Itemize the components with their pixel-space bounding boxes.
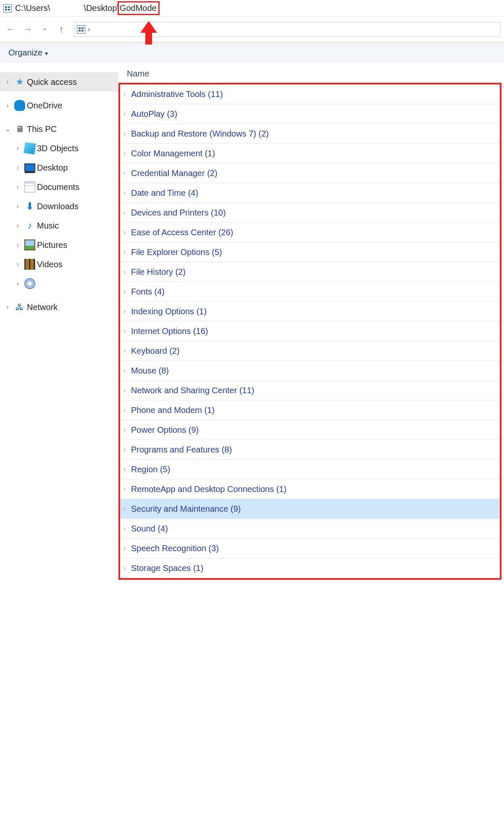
tree-item[interactable]: Music: [0, 216, 118, 235]
chevron-right-icon[interactable]: [13, 164, 23, 171]
list-group-row[interactable]: Region (5): [120, 460, 500, 479]
list-group-label: Mouse (8): [131, 366, 169, 376]
recent-locations-button[interactable]: [37, 22, 52, 37]
list-group-row[interactable]: RemoteApp and Desktop Connections (1): [120, 479, 500, 499]
list-group-label: Fonts (4): [131, 287, 165, 297]
list-group-row[interactable]: Mouse (8): [120, 361, 500, 381]
list-group-row[interactable]: File Explorer Options (5): [120, 242, 500, 262]
chevron-right-icon[interactable]: [123, 565, 131, 572]
list-group-row[interactable]: Color Management (1): [120, 144, 500, 163]
onedrive-icon: [14, 100, 25, 111]
list-group-row[interactable]: Date and Time (4): [120, 183, 500, 203]
doc-icon: [24, 182, 35, 192]
tree-item-label: Videos: [37, 260, 63, 269]
list-group-label: Network and Sharing Center (11): [131, 386, 254, 395]
chevron-right-icon[interactable]: [123, 347, 131, 355]
list-group-row[interactable]: Administrative Tools (11): [120, 84, 500, 104]
chevron-right-icon[interactable]: [123, 406, 131, 414]
tree-item[interactable]: Desktop: [0, 158, 118, 177]
list-group-row[interactable]: Security and Maintenance (9): [120, 499, 500, 519]
chevron-right-icon[interactable]: [13, 280, 23, 287]
chevron-right-icon[interactable]: [13, 203, 23, 210]
tree-item[interactable]: Quick access: [0, 72, 118, 92]
star-icon: [14, 76, 25, 87]
tree-item[interactable]: Videos: [0, 255, 118, 274]
chevron-right-icon[interactable]: [123, 288, 131, 295]
organize-menu-label: Organize: [8, 48, 42, 58]
chevron-right-icon[interactable]: [123, 189, 131, 197]
list-group-row[interactable]: Devices and Printers (10): [120, 203, 500, 223]
address-bar[interactable]: ›: [74, 22, 501, 37]
chevron-down-icon[interactable]: [3, 125, 13, 133]
tree-item[interactable]: Network: [0, 297, 118, 317]
tree-item[interactable]: Pictures: [0, 235, 118, 255]
tree-item[interactable]: Downloads: [0, 197, 118, 216]
tree-item-label: Network: [27, 303, 58, 312]
chevron-right-icon[interactable]: [123, 90, 131, 98]
list-group-row[interactable]: Power Options (9): [120, 420, 500, 440]
list-group-row[interactable]: Backup and Restore (Windows 7) (2): [120, 124, 500, 144]
address-icon: [77, 25, 85, 34]
organize-menu[interactable]: Organize: [8, 48, 48, 58]
list-group-row[interactable]: Speech Recognition (3): [120, 539, 500, 558]
chevron-right-icon[interactable]: [123, 268, 131, 276]
tree-item-label: Music: [37, 221, 59, 231]
list-group-row[interactable]: Phone and Modem (1): [120, 400, 500, 420]
list-group-row[interactable]: Fonts (4): [120, 282, 500, 302]
list-group-label: Phone and Modem (1): [131, 405, 215, 415]
list-group-row[interactable]: Keyboard (2): [120, 341, 500, 361]
cube-icon: [24, 142, 36, 154]
list-group-row[interactable]: Ease of Access Center (26): [120, 223, 500, 242]
chevron-right-icon[interactable]: [13, 145, 23, 152]
list-group-row[interactable]: Internet Options (16): [120, 321, 500, 341]
chevron-right-icon[interactable]: [13, 222, 23, 229]
list-group-row[interactable]: Indexing Options (1): [120, 302, 500, 321]
list-group-row[interactable]: Programs and Features (8): [120, 440, 500, 460]
list-group-row[interactable]: Credential Manager (2): [120, 163, 500, 183]
list-group-label: RemoteApp and Desktop Connections (1): [131, 484, 286, 494]
chevron-right-icon[interactable]: [3, 102, 13, 109]
tree-item[interactable]: Documents: [0, 177, 118, 197]
chevron-right-icon[interactable]: [123, 229, 131, 236]
chevron-right-icon[interactable]: [123, 426, 131, 434]
chevron-right-icon[interactable]: [123, 327, 131, 335]
chevron-right-icon[interactable]: [123, 466, 131, 473]
tree-item[interactable]: [0, 274, 118, 293]
chevron-right-icon[interactable]: [123, 209, 131, 216]
chevron-right-icon[interactable]: [123, 150, 131, 157]
list-group-row[interactable]: AutoPlay (3): [120, 104, 500, 124]
chevron-right-icon[interactable]: [3, 303, 13, 311]
chevron-right-icon[interactable]: [123, 446, 131, 453]
chevron-right-icon[interactable]: [123, 110, 131, 118]
tree-item-label: 3D Objects: [37, 144, 79, 153]
chevron-right-icon[interactable]: [123, 248, 131, 256]
column-header-name[interactable]: Name: [118, 69, 504, 83]
chevron-right-icon[interactable]: [123, 367, 131, 374]
chevron-right-icon[interactable]: [123, 525, 131, 532]
breadcrumb-separator-icon: ›: [88, 26, 90, 33]
navigation-tree[interactable]: Quick accessOneDriveThis PC3D ObjectsDes…: [0, 62, 118, 582]
back-button[interactable]: [3, 22, 18, 37]
chevron-right-icon[interactable]: [13, 241, 23, 249]
chevron-right-icon[interactable]: [123, 130, 131, 137]
list-group-row[interactable]: Storage Spaces (1): [120, 558, 500, 578]
list-group-row[interactable]: Sound (4): [120, 519, 500, 539]
chevron-right-icon[interactable]: [123, 505, 131, 513]
tree-item[interactable]: OneDrive: [0, 96, 118, 115]
navigation-bar: ›: [0, 17, 504, 42]
list-group-row[interactable]: File History (2): [120, 262, 500, 282]
chevron-right-icon[interactable]: [13, 183, 23, 191]
chevron-right-icon[interactable]: [123, 169, 131, 177]
tree-item[interactable]: This PC: [0, 119, 118, 139]
list-group-row[interactable]: Network and Sharing Center (11): [120, 381, 500, 400]
chevron-right-icon[interactable]: [123, 545, 131, 552]
up-button[interactable]: [54, 22, 69, 37]
chevron-right-icon[interactable]: [13, 260, 23, 268]
list-group-label: Power Options (9): [131, 425, 199, 435]
chevron-right-icon[interactable]: [123, 485, 131, 493]
chevron-right-icon[interactable]: [123, 387, 131, 394]
chevron-right-icon[interactable]: [3, 78, 13, 86]
forward-button[interactable]: [20, 22, 35, 37]
chevron-right-icon[interactable]: [123, 308, 131, 315]
tree-item[interactable]: 3D Objects: [0, 139, 118, 158]
